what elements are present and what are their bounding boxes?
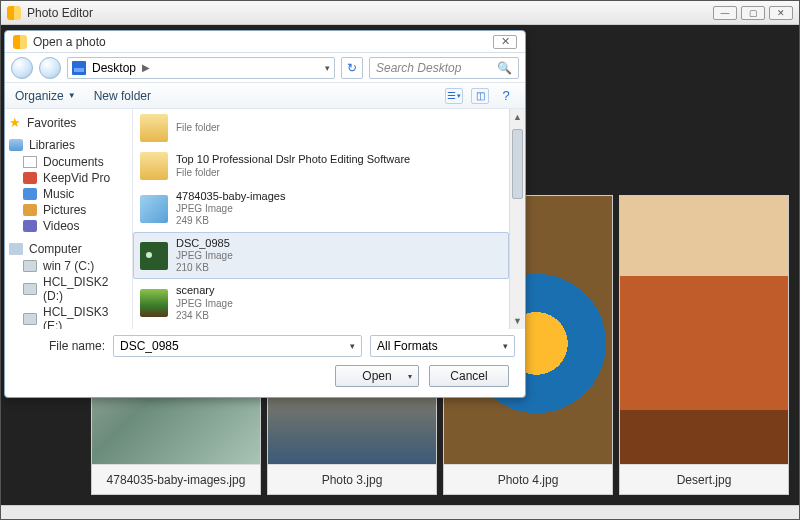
tree-label: Favorites <box>27 116 76 130</box>
tree-item-keepvid[interactable]: KeepVid Pro <box>9 170 128 186</box>
search-icon: 🔍 <box>497 61 512 75</box>
tree-item-label: HCL_DISK3 (E:) <box>43 305 128 329</box>
tree-item-documents[interactable]: Documents <box>9 154 128 170</box>
refresh-button[interactable]: ↻ <box>341 57 363 79</box>
dialog-bottom: File name: DSC_0985 ▾ All Formats ▾ Open… <box>5 329 525 397</box>
file-name: Top 10 Professional Dslr Photo Editing S… <box>176 153 410 166</box>
dialog-title: Open a photo <box>33 35 106 49</box>
organize-menu[interactable]: Organize ▼ <box>15 89 76 103</box>
scroll-up-icon[interactable]: ▲ <box>510 109 525 125</box>
search-input[interactable]: Search Desktop 🔍 <box>369 57 519 79</box>
chevron-down-icon[interactable]: ▾ <box>350 341 355 351</box>
star-icon: ★ <box>9 115 21 130</box>
tree-item-label: HCL_DISK2 (D:) <box>43 275 128 303</box>
file-name: 4784035-baby-images <box>176 190 285 203</box>
file-size: 234 KB <box>176 310 233 322</box>
open-label: Open <box>362 369 391 383</box>
new-folder-label: New folder <box>94 89 151 103</box>
minimize-button[interactable]: — <box>713 6 737 20</box>
file-list: File folderTop 10 Professional Dslr Phot… <box>133 109 525 329</box>
scroll-down-icon[interactable]: ▼ <box>510 313 525 329</box>
tree-item-label: Documents <box>43 155 104 169</box>
file-row[interactable]: 4784035-baby-imagesJPEG Image249 KB <box>133 185 509 232</box>
chevron-right-icon[interactable]: ▶ <box>142 62 150 73</box>
file-thumb-icon <box>140 242 168 270</box>
tree-item-drive-d[interactable]: HCL_DISK2 (D:) <box>9 274 128 304</box>
tree-item-drive-e[interactable]: HCL_DISK3 (E:) <box>9 304 128 329</box>
tree-item-videos[interactable]: Videos <box>9 218 128 234</box>
maximize-button[interactable]: ▢ <box>741 6 765 20</box>
file-thumb-icon <box>140 195 168 223</box>
status-bar <box>1 505 799 519</box>
format-select[interactable]: All Formats ▾ <box>370 335 515 357</box>
gallery-caption: Desert.jpg <box>620 464 788 494</box>
file-thumb-icon <box>140 114 168 142</box>
gallery-caption: 4784035-baby-images.jpg <box>92 464 260 494</box>
dialog-titlebar[interactable]: Open a photo ✕ <box>5 31 525 53</box>
gallery-card[interactable]: Desert.jpg <box>619 195 789 495</box>
address-bar[interactable]: Desktop ▶ ▾ <box>67 57 335 79</box>
file-thumb-icon <box>140 152 168 180</box>
file-kind: JPEG Image <box>176 203 285 215</box>
file-row[interactable]: DSC_0985JPEG Image210 KB <box>133 232 509 279</box>
nav-tree: ★ Favorites Libraries Documents KeepVid … <box>5 109 133 329</box>
file-row[interactable]: File folder <box>133 109 509 147</box>
cancel-label: Cancel <box>450 369 487 383</box>
music-icon <box>23 188 37 200</box>
tree-item-pictures[interactable]: Pictures <box>9 202 128 218</box>
gallery-caption: Photo 3.jpg <box>268 464 436 494</box>
view-mode-button[interactable]: ☰▾ <box>445 88 463 104</box>
back-button[interactable] <box>11 57 33 79</box>
cancel-button[interactable]: Cancel <box>429 365 509 387</box>
chevron-down-icon: ▼ <box>68 91 76 100</box>
close-button[interactable]: ✕ <box>769 6 793 20</box>
tree-favorites[interactable]: ★ Favorites <box>9 115 128 130</box>
filename-input[interactable]: DSC_0985 ▾ <box>113 335 362 357</box>
address-dropdown-icon[interactable]: ▾ <box>325 63 330 73</box>
file-thumb-icon <box>140 289 168 317</box>
file-row[interactable]: selfieJPEG Image81.7 KB <box>133 327 509 329</box>
help-button[interactable]: ? <box>497 88 515 104</box>
dialog-nav: Desktop ▶ ▾ ↻ Search Desktop 🔍 <box>5 53 525 83</box>
new-folder-button[interactable]: New folder <box>94 89 151 103</box>
computer-icon <box>9 243 23 255</box>
gallery-thumb-icon <box>620 196 788 464</box>
app-titlebar[interactable]: Photo Editor — ▢ ✕ <box>1 1 799 25</box>
chevron-down-icon[interactable]: ▾ <box>503 341 508 351</box>
dialog-logo-icon <box>13 35 27 49</box>
file-name: scenary <box>176 284 233 297</box>
tree-item-label: KeepVid Pro <box>43 171 110 185</box>
preview-pane-button[interactable]: ◫ <box>471 88 489 104</box>
dialog-main: ★ Favorites Libraries Documents KeepVid … <box>5 109 525 329</box>
format-value: All Formats <box>377 339 438 353</box>
tree-item-music[interactable]: Music <box>9 186 128 202</box>
file-row[interactable]: Top 10 Professional Dslr Photo Editing S… <box>133 147 509 185</box>
app-title: Photo Editor <box>27 6 93 20</box>
filename-label: File name: <box>15 339 105 353</box>
organize-label: Organize <box>15 89 64 103</box>
tree-item-label: Videos <box>43 219 79 233</box>
filename-value: DSC_0985 <box>120 339 179 353</box>
scroll-thumb[interactable] <box>512 129 523 199</box>
tree-item-label: win 7 (C:) <box>43 259 94 273</box>
open-file-dialog: Open a photo ✕ Desktop ▶ ▾ ↻ Search Desk… <box>4 30 526 398</box>
dialog-close-button[interactable]: ✕ <box>493 35 517 49</box>
scrollbar[interactable]: ▲ ▼ <box>509 109 525 329</box>
open-button[interactable]: Open <box>335 365 419 387</box>
forward-button[interactable] <box>39 57 61 79</box>
tree-label: Computer <box>29 242 82 256</box>
tree-item-drive-c[interactable]: win 7 (C:) <box>9 258 128 274</box>
address-segment[interactable]: Desktop <box>92 61 136 75</box>
app-icon <box>23 172 37 184</box>
file-kind: JPEG Image <box>176 250 233 262</box>
tree-computer[interactable]: Computer <box>9 242 128 256</box>
file-kind: File folder <box>176 122 220 134</box>
file-kind: File folder <box>176 167 410 179</box>
tree-item-label: Pictures <box>43 203 86 217</box>
file-kind: JPEG Image <box>176 298 233 310</box>
tree-libraries[interactable]: Libraries <box>9 138 128 152</box>
videos-icon <box>23 220 37 232</box>
file-row[interactable]: scenaryJPEG Image234 KB <box>133 279 509 326</box>
pictures-icon <box>23 204 37 216</box>
drive-icon <box>23 313 37 325</box>
